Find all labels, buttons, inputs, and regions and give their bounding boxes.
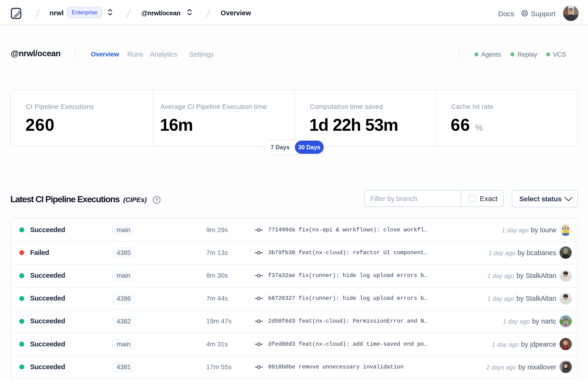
- svg-text:?: ?: [155, 197, 158, 203]
